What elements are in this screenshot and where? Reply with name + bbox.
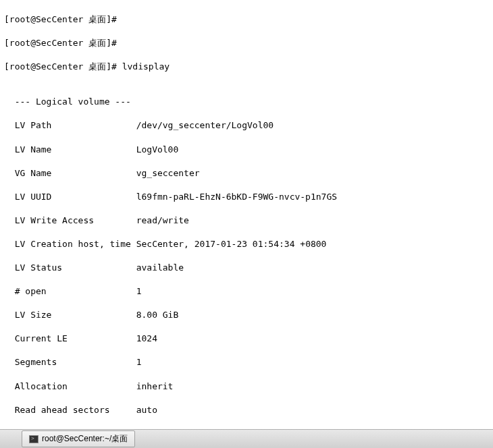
lv-row: LV Size8.00 GiB (4, 309, 489, 321)
taskbar-button-label: root@SecCenter:~/桌面 (42, 433, 128, 444)
lv-row: # open1 (4, 285, 489, 298)
lv-header: --- Logical volume --- (4, 96, 489, 108)
lv1-block: --- Logical volume --- LV Path/dev/vg_se… (4, 84, 489, 448)
lv-row: LV NameLogVol00 (4, 144, 489, 156)
prompt-command: [root@SecCenter 桌面]# lvdisplay (4, 61, 489, 73)
taskbar-terminal-button[interactable]: root@SecCenter:~/桌面 (22, 430, 135, 447)
lv-row: Segments1 (4, 356, 489, 368)
lv-row: LV Path/dev/vg_seccenter/LogVol00 (4, 119, 489, 132)
lv-row: Allocationinherit (4, 381, 489, 393)
lv-row: LV Creation host, time SecCenter, 2017-0… (4, 238, 489, 250)
taskbar: root@SecCenter:~/桌面 (0, 429, 493, 448)
lv-row: LV UUIDl69fmn-paRL-EhzN-6bKD-F9WG-nvcv-p… (4, 191, 489, 203)
terminal-icon (29, 435, 38, 443)
lv-row: LV Statusavailable (4, 262, 489, 274)
terminal-output[interactable]: [root@SecCenter 桌面]# [root@SecCenter 桌面]… (0, 0, 493, 448)
lv-row: VG Namevg_seccenter (4, 167, 489, 179)
lv-row: Read ahead sectorsauto (4, 404, 489, 416)
prompt-line: [root@SecCenter 桌面]# (4, 13, 489, 26)
lv-row: LV Write Accessread/write (4, 215, 489, 227)
prompt-line: [root@SecCenter 桌面]# (4, 37, 489, 49)
lv-row: Current LE1024 (4, 333, 489, 345)
